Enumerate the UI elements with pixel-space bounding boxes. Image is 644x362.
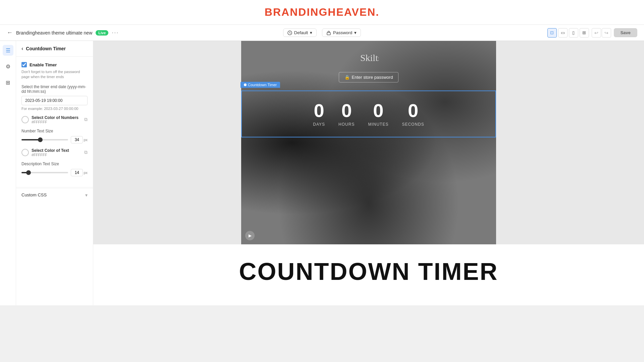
enable-timer-row: Enable Timer — [21, 62, 88, 67]
countdown-days-num: 0 — [313, 101, 325, 120]
countdown-seconds: 0 SECONDS — [402, 101, 424, 127]
svg-rect-1 — [327, 33, 330, 35]
preview-password-area: Skilts 🔒 Enter store password — [241, 41, 496, 82]
countdown-minutes-num: 0 — [368, 101, 388, 120]
custom-css-label: Custom CSS — [21, 192, 47, 197]
number-size-slider[interactable] — [21, 139, 68, 140]
view-icons: ⊡ ▭ ▯ ⊞ — [547, 28, 589, 38]
desc-size-slider[interactable] — [21, 172, 68, 173]
countdown-badge-icon — [244, 83, 247, 86]
enable-timer-checkbox[interactable] — [21, 62, 27, 67]
custom-view-btn[interactable]: ⊞ — [580, 28, 589, 38]
panel-body: Enable Timer Don't forget to turn off th… — [16, 57, 93, 186]
main-content: ☰ ⚙ ⊞ ‹ Countdown Timer Enable Timer Don… — [0, 41, 644, 305]
toolbar-right: ⊡ ▭ ▯ ⊞ ↩ ↪ Save — [430, 28, 637, 38]
panel-header: ‹ Countdown Timer — [16, 41, 93, 57]
color-text-value: #FFFFFF — [32, 153, 82, 157]
countdown-container: Countdown Timer 0 DAYS 0 HOURS — [241, 90, 496, 137]
color-numbers-row: Select Color of Numbers #FFFFFF ⧉ — [21, 115, 88, 124]
color-text-swatch[interactable] — [21, 149, 29, 156]
password-chevron: ▾ — [354, 30, 357, 35]
color-numbers-value: #FFFFFF — [32, 120, 82, 124]
countdown-badge-text: Countdown Timer — [248, 83, 277, 87]
desc-size-row: 14 px — [21, 169, 88, 176]
password-lock-input[interactable]: 🔒 Enter store password — [339, 72, 399, 82]
bottom-section: COUNTDOWN TIMER — [93, 244, 644, 305]
brand-logo: BRANDINGHEAVEN. — [265, 6, 379, 18]
password-placeholder-text: Enter store password — [352, 75, 393, 80]
undo-btn[interactable]: ↩ — [592, 28, 601, 38]
date-field-label: Select the timer end date (yyyy-mm-dd hh… — [21, 84, 88, 94]
number-size-unit: px — [84, 138, 88, 142]
countdown-badge: Countdown Timer — [240, 82, 280, 88]
number-size-row: 34 px — [21, 136, 88, 143]
redo-btn[interactable]: ↪ — [602, 28, 611, 38]
desc-size-input[interactable]: 14 — [71, 169, 83, 176]
desktop-view-btn[interactable]: ⊡ — [547, 28, 557, 38]
back-icon[interactable]: ← — [7, 29, 13, 36]
panel-back-arrow[interactable]: ‹ — [21, 46, 23, 52]
number-size-input[interactable]: 34 — [71, 136, 83, 143]
live-badge: Live — [96, 30, 108, 36]
default-dropdown[interactable]: Default ▾ — [283, 28, 317, 37]
countdown-minutes-lbl: MINUTES — [368, 122, 388, 127]
preview-logo: Skilts — [359, 50, 379, 66]
mobile-view-btn[interactable]: ▯ — [569, 28, 578, 38]
website-preview: Skilts 🔒 Enter store password Countdown … — [241, 41, 496, 244]
countdown-footer-text: COUNTDOWN TIMER — [239, 258, 498, 285]
enable-timer-hint: Don't forget to turn off the password pa… — [21, 69, 88, 80]
countdown-minutes: 0 MINUTES — [368, 101, 388, 127]
color-text-row: Select Color of Text #FFFFFF ⧉ — [21, 148, 88, 157]
countdown-days: 0 DAYS — [313, 101, 325, 127]
desc-size-label: Description Text Size — [21, 162, 88, 166]
svg-text:Skilts: Skilts — [360, 53, 379, 63]
date-input[interactable] — [21, 96, 88, 105]
toolbar-left: ← Brandingheaven theme ultimate new Live… — [7, 29, 214, 36]
color-numbers-swatch[interactable] — [21, 116, 29, 123]
custom-css-row[interactable]: Custom CSS ▾ — [16, 188, 93, 202]
desc-size-unit: px — [84, 171, 88, 175]
date-example: For example: 2023-03-27 00:00:00 — [21, 107, 88, 111]
sidebar-icon-apps[interactable]: ⊞ — [3, 77, 13, 88]
toolbar: ← Brandingheaven theme ultimate new Live… — [0, 25, 644, 41]
color-text-label: Select Color of Text — [32, 148, 82, 153]
default-label: Default — [294, 30, 308, 35]
copy-color-numbers-icon[interactable]: ⧉ — [84, 117, 88, 122]
site-name: Brandingheaven theme ultimate new — [16, 30, 92, 36]
countdown-hours-lbl: HOURS — [338, 122, 355, 127]
sidebar-icons: ☰ ⚙ ⊞ — [0, 41, 16, 305]
top-bar: BRANDINGHEAVEN. — [0, 0, 644, 25]
countdown-hours-num: 0 — [338, 101, 355, 120]
custom-css-chevron: ▾ — [85, 192, 88, 198]
password-dropdown[interactable]: Password ▾ — [322, 28, 361, 37]
settings-panel: ‹ Countdown Timer Enable Timer Don't for… — [16, 41, 93, 305]
countdown-seconds-num: 0 — [402, 101, 424, 120]
undo-redo: ↩ ↪ — [592, 28, 611, 38]
sidebar-icon-settings[interactable]: ⚙ — [3, 61, 13, 72]
save-button[interactable]: Save — [614, 28, 637, 37]
more-options-icon[interactable]: ··· — [112, 29, 119, 36]
panel-title: Countdown Timer — [26, 46, 66, 51]
lock-icon: 🔒 — [344, 75, 350, 80]
preview-area: Skilts 🔒 Enter store password Countdown … — [93, 41, 644, 305]
countdown-days-lbl: DAYS — [313, 122, 325, 127]
default-chevron: ▾ — [310, 30, 312, 35]
countdown-display: 0 DAYS 0 HOURS 0 MINUTES — [242, 91, 495, 137]
color-numbers-label: Select Color of Numbers — [32, 115, 82, 120]
toolbar-center: Default ▾ Password ▾ — [218, 28, 426, 37]
password-label: Password — [333, 30, 352, 35]
sidebar-icon-pages[interactable]: ☰ — [3, 45, 13, 56]
countdown-seconds-lbl: SECONDS — [402, 122, 424, 127]
copy-color-text-icon[interactable]: ⧉ — [84, 149, 88, 155]
number-size-label: Number Text Size — [21, 129, 88, 133]
tablet-view-btn[interactable]: ▭ — [558, 28, 568, 38]
countdown-selected-border: 0 DAYS 0 HOURS 0 MINUTES — [241, 90, 496, 137]
preview-top-section: Skilts 🔒 Enter store password Countdown … — [241, 41, 496, 244]
countdown-hours: 0 HOURS — [338, 101, 355, 127]
enable-timer-label[interactable]: Enable Timer — [30, 62, 57, 67]
